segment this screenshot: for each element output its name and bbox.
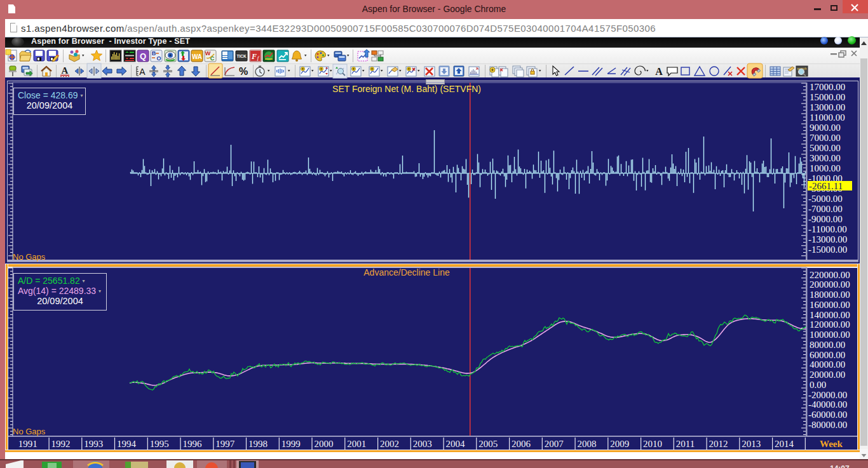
svg-text:2000: 2000 — [314, 439, 333, 449]
svg-text:2008: 2008 — [578, 439, 597, 449]
svg-text:2009: 2009 — [610, 439, 629, 449]
svg-text:2001: 2001 — [347, 439, 366, 449]
svg-text:1995: 1995 — [150, 439, 169, 449]
svg-text:1991: 1991 — [18, 439, 37, 449]
svg-text:2006: 2006 — [512, 439, 531, 449]
svg-text:2007: 2007 — [545, 439, 564, 449]
svg-text:1993: 1993 — [84, 439, 103, 449]
svg-text:2013: 2013 — [742, 439, 761, 449]
svg-text:1996: 1996 — [182, 439, 202, 449]
svg-text:1997: 1997 — [215, 439, 235, 449]
svg-text:2014: 2014 — [775, 439, 794, 449]
svg-text:14:07: 14:07 — [830, 464, 850, 468]
svg-text:2005: 2005 — [478, 439, 498, 449]
svg-text:2012: 2012 — [709, 439, 728, 449]
svg-text:1998: 1998 — [248, 439, 268, 449]
svg-text:1992: 1992 — [51, 439, 71, 449]
svg-text:2010: 2010 — [643, 439, 662, 449]
svg-text:2003: 2003 — [413, 439, 432, 449]
svg-text:1994: 1994 — [117, 439, 137, 449]
svg-text:2004: 2004 — [446, 439, 466, 449]
svg-text:2011: 2011 — [676, 439, 695, 449]
svg-text:2002: 2002 — [380, 439, 399, 449]
svg-text:Week: Week — [820, 439, 843, 449]
svg-text:1999: 1999 — [281, 439, 301, 449]
